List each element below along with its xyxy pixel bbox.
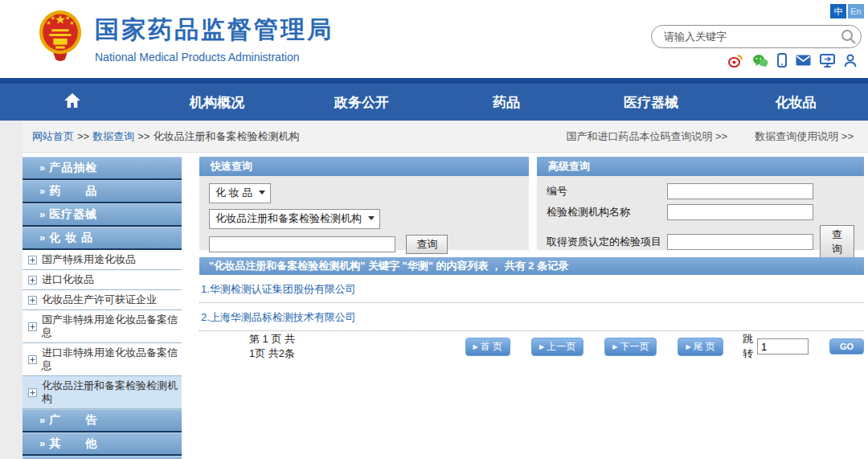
sidebar-item-cosmetics[interactable]: »化 妆 品 — [23, 227, 182, 250]
pagination-bar: 第 1 页 共1页 共2条 ▶首 页 ▶上一页 ▶下一页 ▶尾 页 跳转 GO — [199, 332, 864, 361]
national-emblem-logo — [37, 10, 84, 63]
pagination-info: 第 1 页 共1页 共2条 — [249, 332, 298, 361]
nav-item-cosmetics[interactable]: 化妆品 — [723, 84, 868, 121]
query-help-link[interactable]: 数据查询使用说明 >> — [755, 129, 854, 144]
quick-search-title: 快速查询 — [199, 157, 529, 176]
result-link[interactable]: 1.华测检测认证集团股份有限公司 — [199, 275, 864, 303]
expand-icon — [28, 388, 37, 397]
sidebar-item-licensed-manufacturers[interactable]: 化妆品生产许可获证企业 — [23, 290, 182, 310]
chevron-icon: » — [39, 208, 46, 220]
go-button[interactable]: GO — [829, 338, 864, 354]
sidebar-item-domestic-nonspecial-filing[interactable]: 国产非特殊用途化妆品备案信息 — [23, 310, 182, 343]
sidebar-item-label: 进口非特殊用途化妆品备案信息 — [42, 346, 178, 372]
number-input[interactable] — [667, 183, 813, 199]
mail-icon[interactable] — [796, 55, 811, 66]
chevron-icon: » — [39, 185, 46, 197]
barcode-help-link[interactable]: 国产和进口药品本位码查询说明 >> — [566, 129, 727, 144]
field-label-number: 编号 — [547, 184, 667, 199]
site-search-input[interactable] — [652, 31, 840, 43]
home-icon — [63, 92, 81, 113]
sidebar-item-label: 医疗器械 — [49, 207, 97, 220]
lang-zh-button[interactable]: 中 — [830, 4, 846, 18]
sidebar-item-label: 产品抽检 — [49, 161, 97, 174]
sidebar-item-imported-nonspecial-filing[interactable]: 进口非特殊用途化妆品备案信息 — [23, 343, 182, 376]
mobile-icon[interactable] — [777, 53, 787, 68]
chevron-icon: » — [39, 162, 46, 174]
main-nav: 机构概况 政务公开 药品 医疗器械 化妆品 — [0, 78, 868, 121]
wechat-icon[interactable] — [752, 54, 768, 68]
site-search — [651, 25, 862, 48]
sidebar-item-imported-cosmetics[interactable]: 进口化妆品 — [23, 270, 182, 290]
weibo-icon[interactable] — [728, 54, 743, 68]
sidebar-item-drugs[interactable]: »药 品 — [23, 180, 182, 203]
sidebar-item-inspection-institutions[interactable]: 化妆品注册和备案检验检测机构 — [23, 376, 182, 409]
advanced-search-button[interactable]: 查询 — [820, 225, 854, 259]
last-page-button[interactable]: ▶尾 页 — [678, 338, 723, 356]
sidebar-item-label: 国产特殊用途化妆品 — [42, 253, 136, 266]
breadcrumb-home-link[interactable]: 网站首页 — [32, 129, 74, 144]
nav-item-medical-devices[interactable]: 医疗器械 — [579, 84, 723, 121]
sidebar-item-label: 其 他 — [49, 436, 97, 449]
first-page-button[interactable]: ▶首 页 — [465, 338, 511, 356]
quick-search-button[interactable]: 查询 — [406, 235, 448, 254]
sidebar-item-label: 药 品 — [49, 184, 97, 197]
field-label-qualified-items: 取得资质认定的检验项目 — [547, 235, 667, 249]
jump-page-input[interactable] — [757, 338, 809, 354]
chevron-icon: » — [39, 437, 46, 449]
results-header: "化妆品注册和备案检验检测机构" 关键字 "华测" 的内容列表 ， 共有 2 条… — [199, 257, 864, 275]
prev-page-button[interactable]: ▶上一页 — [531, 338, 583, 356]
content-area: »产品抽检 »药 品 »医疗器械 »化 妆 品 国产特殊用途化妆品 进口化妆品 … — [0, 153, 868, 459]
arrow-icon: ▶ — [539, 343, 544, 350]
page-header: 国家药品监督管理局 National Medical Products Admi… — [0, 0, 868, 78]
arrow-icon: ▶ — [686, 343, 690, 350]
lang-en-button[interactable]: En — [848, 4, 864, 18]
expand-icon — [28, 256, 37, 264]
language-switch: 中 En — [830, 4, 864, 18]
quick-search-keyword-input[interactable] — [209, 236, 395, 252]
expand-icon — [28, 296, 37, 305]
main-panel: 快速查询 化 妆 品 化妆品注册和备案检验检测机构 查询 高级查询 编号 — [199, 157, 864, 459]
social-icon-row — [728, 53, 857, 68]
sidebar-item-medical-devices[interactable]: »医疗器械 — [23, 203, 182, 227]
monitor-icon[interactable] — [820, 54, 835, 68]
sidebar-item-advertising[interactable]: »广 告 — [23, 409, 182, 432]
quick-search-panel: 快速查询 化 妆 品 化妆品注册和备案检验检测机构 查询 — [199, 157, 529, 250]
nav-item-gov-affairs[interactable]: 政务公开 — [289, 84, 434, 121]
sidebar-item-domestic-special-cosmetics[interactable]: 国产特殊用途化妆品 — [23, 250, 182, 270]
sidebar-item-label: 广 告 — [49, 413, 97, 426]
site-subtitle: National Medical Products Administration — [95, 51, 334, 64]
sidebar-item-label: 进口化妆品 — [42, 273, 94, 286]
breadcrumb-bar: 网站首页 >> 数据查询 >> 化妆品注册和备案检验检测机构 国产和进口药品本位… — [0, 121, 868, 153]
breadcrumb-separator: >> — [77, 130, 89, 142]
sidebar: »产品抽检 »药 品 »医疗器械 »化 妆 品 国产特殊用途化妆品 进口化妆品 … — [23, 157, 182, 459]
expand-icon — [28, 355, 37, 364]
expand-icon — [28, 276, 37, 285]
chevron-icon: » — [39, 414, 46, 426]
sidebar-item-other[interactable]: »其 他 — [23, 432, 182, 456]
sidebar-item-label: 化妆品生产许可获证企业 — [42, 293, 157, 306]
search-icon[interactable] — [840, 29, 861, 45]
sidebar-item-label: 化 妆 品 — [49, 231, 93, 244]
sidebar-item-it-standards[interactable]: »信息化标准 — [23, 456, 182, 459]
next-page-button[interactable]: ▶下一页 — [604, 338, 657, 356]
nav-item-about[interactable]: 机构概况 — [145, 84, 289, 121]
sidebar-item-label: 国产非特殊用途化妆品备案信息 — [42, 314, 178, 339]
nav-item-drugs[interactable]: 药品 — [434, 84, 579, 121]
user-icon[interactable] — [844, 54, 857, 68]
advanced-search-title: 高级查询 — [537, 157, 864, 176]
institution-name-input[interactable] — [667, 204, 813, 220]
query-type-select[interactable]: 化妆品注册和备案检验检测机构 — [209, 209, 380, 229]
category-select[interactable]: 化 妆 品 — [209, 183, 271, 203]
advanced-search-panel: 高级查询 编号 检验检测机构名称 取得资质认定的检验项目 查询 — [537, 157, 864, 250]
chevron-icon: » — [39, 232, 46, 244]
jump-label: 跳转 — [743, 332, 753, 361]
breadcrumb-separator: >> — [137, 130, 149, 142]
qualified-items-input[interactable] — [667, 234, 813, 250]
sidebar-item-product-sampling[interactable]: »产品抽检 — [23, 157, 182, 180]
arrow-icon: ▶ — [473, 343, 478, 350]
result-link[interactable]: 2.上海华测品标检测技术有限公司 — [199, 303, 864, 331]
breadcrumb-section-link[interactable]: 数据查询 — [92, 129, 134, 144]
site-title: 国家药品监督管理局 — [95, 14, 334, 47]
results-list: 1.华测检测认证集团股份有限公司 2.上海华测品标检测技术有限公司 — [199, 275, 864, 331]
nav-home[interactable] — [0, 84, 145, 121]
